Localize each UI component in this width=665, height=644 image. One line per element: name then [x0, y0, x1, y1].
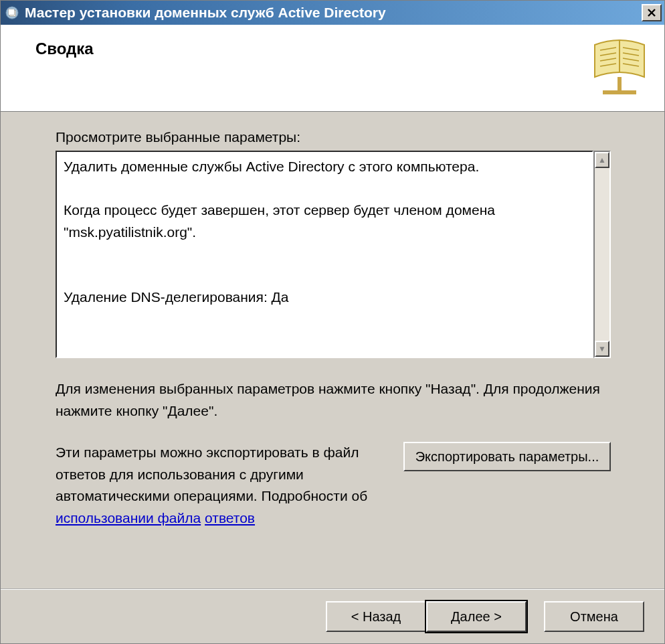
book-icon	[583, 30, 656, 104]
export-row: Эти параметры можно экспортировать в фай…	[56, 442, 611, 529]
summary-scrollbar[interactable]: ▲ ▼	[593, 151, 611, 358]
export-description: Эти параметры можно экспортировать в фай…	[56, 442, 370, 529]
window-title: Мастер установки доменных служб Active D…	[25, 5, 642, 21]
summary-container: Удалить доменные службы Active Directory…	[56, 151, 611, 358]
next-button[interactable]: Далее >	[426, 601, 527, 632]
export-settings-button[interactable]: Экспортировать параметры...	[403, 442, 611, 471]
chevron-down-icon: ▼	[598, 344, 606, 353]
export-text-prefix: Эти параметры можно экспортировать в фай…	[56, 445, 367, 503]
scroll-down-button[interactable]: ▼	[595, 341, 609, 357]
titlebar[interactable]: Мастер установки доменных служб Active D…	[1, 1, 664, 25]
chevron-up-icon: ▲	[598, 155, 606, 165]
wizard-button-bar: < Назад Далее > Отмена	[1, 588, 664, 643]
cancel-button[interactable]: Отмена	[544, 601, 644, 632]
wizard-window: Мастер установки доменных служб Active D…	[0, 0, 665, 644]
app-icon	[5, 5, 19, 20]
wizard-header: Сводка	[1, 25, 664, 112]
close-button[interactable]	[642, 4, 662, 21]
close-icon	[647, 8, 656, 17]
scroll-up-button[interactable]: ▲	[595, 152, 609, 168]
instruction-label: Просмотрите выбранные параметры:	[56, 129, 638, 145]
answer-file-link-2[interactable]: ответов	[205, 510, 255, 526]
page-title: Сводка	[35, 39, 94, 58]
answer-file-link[interactable]: использовании файла	[56, 510, 201, 526]
summary-textbox[interactable]: Удалить доменные службы Active Directory…	[56, 151, 593, 358]
wizard-body: Просмотрите выбранные параметры: Удалить…	[1, 112, 664, 588]
back-button[interactable]: < Назад	[326, 601, 426, 632]
navigation-hint: Для изменения выбранных параметров нажми…	[56, 378, 604, 422]
svg-rect-6	[618, 77, 622, 93]
svg-rect-2	[9, 9, 15, 15]
